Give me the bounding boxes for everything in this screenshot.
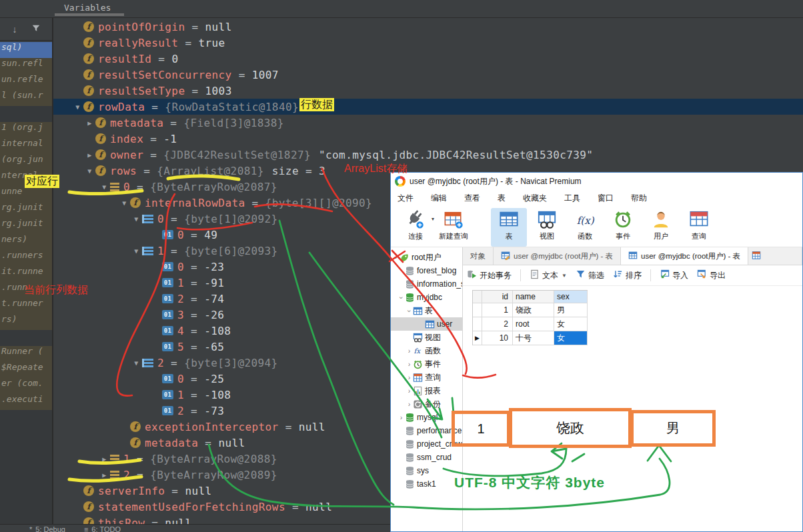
toolbar-button-表[interactable]: 表 bbox=[491, 208, 527, 247]
chevron-right-icon[interactable]: › bbox=[406, 374, 413, 381]
tree-item-myjdbc[interactable]: ›myjdbc bbox=[391, 291, 462, 304]
filter-icon[interactable] bbox=[31, 24, 41, 35]
dropdown-caret-icon[interactable]: ▼ bbox=[562, 273, 567, 279]
expand-arrow-icon[interactable]: ▶ bbox=[84, 119, 95, 127]
cell-id[interactable]: 2 bbox=[482, 317, 513, 331]
stack-frame[interactable]: Runner ( bbox=[0, 346, 52, 362]
variable-row-reallyResult[interactable]: freallyResult = true bbox=[53, 35, 803, 51]
stack-frame[interactable]: nternal. bbox=[0, 170, 52, 186]
menu-文件[interactable]: 文件 bbox=[397, 193, 414, 204]
expand-arrow-icon[interactable]: ▶ bbox=[99, 455, 110, 463]
variable-row-rowData[interactable]: ▼frowData = {RowDataStatic@1840} bbox=[53, 99, 803, 115]
variable-row-pointOfOrigin[interactable]: fpointOfOrigin = null bbox=[53, 19, 803, 35]
stack-frame[interactable]: rg.junit bbox=[0, 218, 52, 234]
stack-frame[interactable]: $Repeate bbox=[0, 362, 52, 378]
toolbar-button-查询[interactable]: 查询 bbox=[681, 208, 717, 247]
stack-frame[interactable]: l (sun.r bbox=[0, 90, 52, 106]
tree-item-information_s[interactable]: information_s bbox=[391, 277, 462, 291]
chevron-right-icon[interactable]: › bbox=[406, 401, 413, 408]
column-header-name[interactable]: name bbox=[513, 291, 554, 303]
stack-frame[interactable]: sql) bbox=[0, 42, 52, 58]
cell-sex[interactable]: 男 bbox=[554, 303, 588, 317]
stack-frame[interactable]: rg.junit bbox=[0, 202, 52, 218]
tab-user @myjdbc (root用户) - 表[interactable]: user @myjdbc (root用户) - 表 bbox=[621, 247, 748, 265]
tab-variables[interactable]: Variables bbox=[64, 3, 111, 13]
cell-name[interactable]: root bbox=[513, 317, 554, 331]
stack-frame[interactable]: er (com. bbox=[0, 378, 52, 394]
tree-item-performance[interactable]: performance bbox=[391, 424, 462, 437]
tree-item-task1[interactable]: task1 bbox=[391, 477, 462, 491]
cell-name[interactable]: 十号 bbox=[513, 331, 554, 345]
row-marker[interactable]: ▶ bbox=[473, 331, 482, 345]
stack-frame[interactable]: sun.refl bbox=[0, 58, 52, 74]
tree-item-表[interactable]: ›表 bbox=[391, 304, 462, 317]
expand-arrow-icon[interactable]: ▶ bbox=[84, 151, 95, 159]
variable-row-resultSetType[interactable]: fresultSetType = 1003 bbox=[53, 83, 803, 99]
tree-item-备份[interactable]: ›备份 bbox=[391, 397, 462, 411]
collapse-arrow-icon[interactable]: ▼ bbox=[99, 183, 110, 191]
stack-frame[interactable]: ners) bbox=[0, 234, 52, 250]
stack-frame[interactable]: .runn bbox=[0, 282, 52, 298]
tab-partial[interactable] bbox=[748, 247, 802, 265]
chevron-down-icon[interactable]: › bbox=[406, 307, 413, 315]
tree-item-sys[interactable]: sys bbox=[391, 464, 462, 477]
menu-表[interactable]: 表 bbox=[498, 193, 506, 204]
tree-item-视图[interactable]: 视图 bbox=[391, 331, 462, 344]
stack-frame[interactable]: unne bbox=[0, 186, 52, 202]
chevron-down-icon[interactable]: › bbox=[392, 254, 399, 261]
tab-user @myjdbc (root用户) - 表[interactable]: user @myjdbc (root用户) - 表 bbox=[494, 247, 621, 265]
menu-编辑[interactable]: 编辑 bbox=[431, 193, 447, 204]
menu-查看[interactable]: 查看 bbox=[464, 193, 480, 204]
menu-窗口[interactable]: 窗口 bbox=[598, 193, 614, 204]
cell-name[interactable]: 饶政 bbox=[513, 303, 554, 317]
tree-item-函数[interactable]: ›fx函数 bbox=[391, 344, 462, 357]
toolbar-button-文本[interactable]: 文本▼ bbox=[530, 269, 567, 281]
stack-frame[interactable]: t.runner bbox=[0, 298, 52, 314]
tool-window-button-todo[interactable]: ≡ 6: TODO bbox=[84, 525, 121, 532]
row-marker[interactable] bbox=[473, 303, 482, 317]
toolbar-button-连接[interactable]: 连接▾ bbox=[397, 208, 434, 247]
tab-对象[interactable]: 对象 bbox=[463, 247, 494, 265]
variable-row-resultSetConcurrency[interactable]: fresultSetConcurrency = 1007 bbox=[53, 67, 803, 83]
stack-frame[interactable]: internal bbox=[0, 138, 52, 154]
chevron-right-icon[interactable]: › bbox=[406, 347, 413, 355]
stack-frame[interactable]: un.refle bbox=[0, 74, 52, 90]
collapse-arrow-icon[interactable]: ▼ bbox=[131, 359, 142, 367]
cell-sex[interactable]: 女 bbox=[554, 317, 588, 331]
toolbar-button-新建查询[interactable]: 新建查询 bbox=[436, 208, 472, 247]
tree-item-forest_blog[interactable]: forest_blog bbox=[391, 264, 462, 277]
cell-id[interactable]: 1 bbox=[482, 303, 513, 317]
menu-帮助[interactable]: 帮助 bbox=[631, 193, 647, 204]
tree-item-user[interactable]: user bbox=[391, 317, 462, 331]
stack-frame[interactable]: it.runne bbox=[0, 266, 52, 282]
collapse-arrow-icon[interactable]: ▼ bbox=[119, 199, 130, 207]
tool-window-button-debug[interactable]: * 5: Debug bbox=[29, 525, 65, 532]
row-marker[interactable] bbox=[473, 317, 482, 331]
tree-item-ssm_crud[interactable]: ssm_crud bbox=[391, 451, 462, 464]
toolbar-button-函数[interactable]: f(x)函数 bbox=[567, 208, 603, 247]
toolbar-button-用户[interactable]: 用户 bbox=[643, 208, 679, 247]
stack-frame[interactable]: (org.jun bbox=[0, 154, 52, 170]
variable-row-resultId[interactable]: fresultId = 0 bbox=[53, 51, 803, 67]
cell-id[interactable]: 10 bbox=[482, 331, 513, 345]
collapse-arrow-icon[interactable]: ▼ bbox=[72, 103, 83, 111]
toolbar-button-视图[interactable]: 视图 bbox=[529, 208, 565, 247]
tree-item-报表[interactable]: ›报表 bbox=[391, 384, 462, 397]
toolbar-button-导入[interactable]: 导入 bbox=[660, 269, 688, 281]
toolbar-button-事件[interactable]: 事件 bbox=[605, 208, 641, 247]
tree-item-mysql[interactable]: ›mysql bbox=[391, 411, 462, 424]
collapse-arrow-icon[interactable]: ▼ bbox=[131, 247, 142, 255]
collapse-arrow-icon[interactable]: ▼ bbox=[84, 167, 95, 175]
menu-收藏夹[interactable]: 收藏夹 bbox=[523, 193, 547, 204]
column-header-sex[interactable]: sex bbox=[554, 291, 588, 303]
down-arrow-icon[interactable]: ↓ bbox=[9, 24, 20, 35]
dropdown-caret-icon[interactable]: ▾ bbox=[432, 216, 434, 222]
toolbar-button-筛选[interactable]: 筛选 bbox=[576, 269, 604, 281]
stack-frame[interactable]: .executi bbox=[0, 394, 52, 410]
menu-工具[interactable]: 工具 bbox=[564, 193, 580, 204]
stack-frame[interactable]: rs) bbox=[0, 314, 52, 330]
chevron-down-icon[interactable]: › bbox=[397, 294, 405, 301]
toolbar-button-导出[interactable]: 导出 bbox=[697, 269, 726, 281]
toolbar-button-排序[interactable]: 排序 bbox=[613, 269, 642, 281]
toolbar-button-开始事务[interactable]: 开始事务 bbox=[467, 269, 512, 281]
